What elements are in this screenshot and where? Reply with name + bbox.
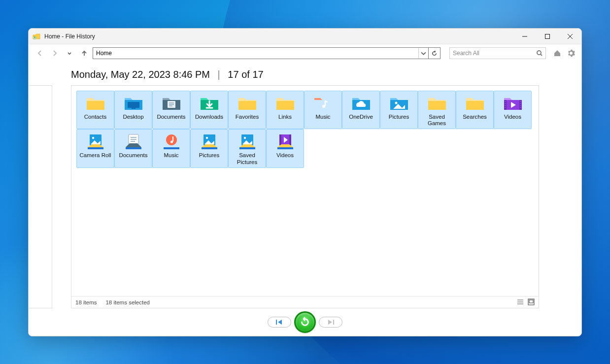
file-item[interactable]: Music [152, 129, 190, 167]
file-item[interactable]: Saved Games [418, 91, 456, 129]
file-item-label: Saved Games [419, 114, 454, 127]
svg-rect-11 [529, 300, 533, 303]
content-area: ContactsDesktopDocumentsDownloadsFavorit… [29, 85, 581, 308]
folder-icon [161, 132, 182, 151]
folder-icon [199, 132, 220, 151]
folder-icon [237, 132, 258, 151]
history-navigation [29, 308, 581, 336]
sidebar-placeholder [29, 85, 52, 308]
file-item[interactable]: Pictures [380, 91, 418, 129]
file-item[interactable]: Searches [456, 91, 494, 129]
address-bar[interactable] [93, 47, 441, 59]
file-item-label: Searches [463, 114, 487, 121]
file-item[interactable]: Music [304, 91, 342, 129]
file-item[interactable]: Desktop [114, 91, 152, 129]
svg-rect-13 [333, 320, 334, 325]
app-icon [33, 33, 40, 40]
folder-icon [426, 94, 448, 113]
close-button[interactable] [559, 29, 581, 44]
svg-rect-12 [276, 320, 277, 325]
file-item-label: Documents [157, 114, 185, 121]
previous-version-button[interactable] [268, 317, 291, 328]
snapshot-counter: 17 of 17 [228, 69, 263, 80]
details-view-button[interactable] [517, 298, 524, 306]
items-grid[interactable]: ContactsDesktopDocumentsDownloadsFavorit… [71, 86, 539, 296]
file-item[interactable]: Documents [152, 91, 190, 129]
file-item-label: Pictures [389, 114, 409, 121]
folder-icon [123, 132, 144, 151]
file-item-label: OneDrive [349, 114, 373, 121]
file-item-label: Camera Roll [80, 152, 111, 159]
gear-icon[interactable] [566, 48, 576, 59]
folder-icon [123, 94, 144, 113]
file-item[interactable]: Documents [114, 129, 152, 167]
folder-icon [464, 94, 486, 113]
file-item-label: Contacts [84, 114, 106, 121]
status-selected-count: 18 items selected [105, 299, 150, 305]
file-item-label: Pictures [199, 152, 220, 159]
minimize-button[interactable] [513, 29, 536, 44]
file-item[interactable]: Favorites [228, 91, 266, 129]
items-panel: ContactsDesktopDocumentsDownloadsFavorit… [71, 85, 539, 308]
folder-icon [502, 94, 524, 113]
snapshot-heading: Monday, May 22, 2023 8:46 PM | 17 of 17 [29, 62, 581, 85]
titlebar[interactable]: Home - File History [29, 29, 581, 44]
folder-icon [388, 94, 410, 113]
folder-icon [161, 94, 182, 113]
folder-icon [312, 94, 334, 113]
file-item[interactable]: Pictures [190, 129, 228, 167]
file-item-label: Music [315, 114, 330, 121]
folder-icon [85, 132, 106, 151]
file-item-label: Desktop [123, 114, 143, 121]
status-bar: 18 items 18 items selected [71, 296, 539, 308]
file-item[interactable]: Videos [494, 91, 532, 129]
file-item[interactable]: Saved Pictures [228, 129, 266, 167]
folder-icon [274, 132, 296, 151]
next-version-button[interactable] [319, 317, 342, 328]
file-item-label: Saved Pictures [230, 152, 265, 165]
file-item-label: Favorites [236, 114, 259, 121]
svg-rect-2 [545, 34, 550, 38]
file-item-label: Documents [119, 152, 147, 159]
snapshot-timestamp: Monday, May 22, 2023 8:46 PM [71, 69, 210, 80]
svg-point-5 [537, 51, 541, 55]
window-title: Home - File History [44, 33, 95, 40]
back-button[interactable] [34, 47, 46, 60]
icons-view-button[interactable] [528, 298, 535, 306]
file-item-label: Videos [504, 114, 521, 121]
folder-icon [237, 94, 258, 113]
folder-icon [350, 94, 372, 113]
restore-button[interactable] [294, 311, 316, 333]
file-item[interactable]: Videos [266, 129, 304, 167]
heading-separator: | [218, 69, 220, 80]
file-item[interactable]: Contacts [76, 91, 114, 129]
folder-icon [85, 94, 106, 113]
folder-icon [274, 94, 296, 113]
search-bar[interactable] [449, 47, 546, 59]
file-item-label: Music [164, 152, 178, 159]
refresh-button[interactable] [428, 48, 440, 59]
up-button[interactable] [78, 47, 91, 60]
recent-locations-button[interactable] [63, 47, 76, 60]
address-input[interactable] [93, 48, 418, 59]
file-item[interactable]: Downloads [190, 91, 228, 129]
svg-line-6 [541, 54, 542, 56]
file-history-window: Home - File History Monday, May 22, 2023 [28, 28, 582, 336]
file-item-label: Links [278, 114, 292, 121]
file-item-label: Videos [276, 152, 294, 159]
status-item-count: 18 items [75, 299, 97, 305]
address-dropdown-button[interactable] [418, 48, 428, 59]
file-item-label: Downloads [195, 114, 223, 121]
file-item[interactable]: OneDrive [342, 91, 380, 129]
home-icon[interactable] [552, 48, 563, 59]
search-icon[interactable] [534, 50, 545, 56]
file-item[interactable]: Camera Roll [76, 129, 114, 167]
search-input[interactable] [450, 48, 534, 59]
navigation-toolbar [29, 44, 581, 62]
forward-button[interactable] [48, 47, 61, 60]
maximize-button[interactable] [536, 29, 559, 44]
folder-icon [199, 94, 220, 113]
file-item[interactable]: Links [266, 91, 304, 129]
